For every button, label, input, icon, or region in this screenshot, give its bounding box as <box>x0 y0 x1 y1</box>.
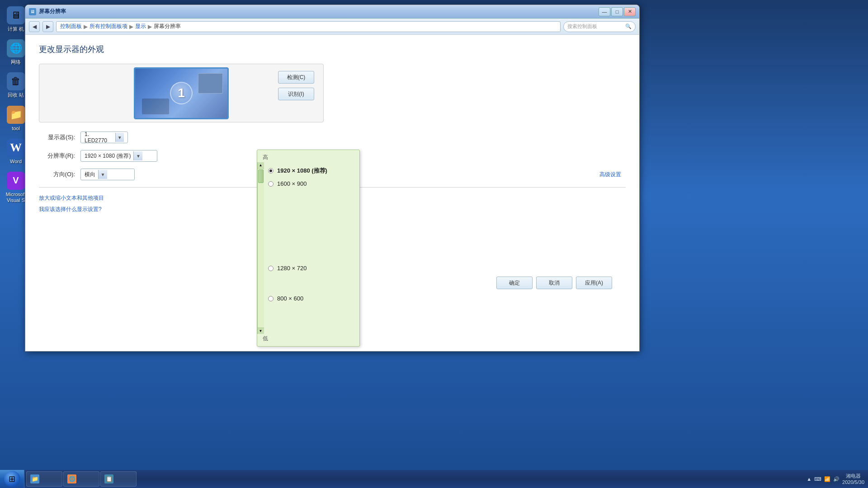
resolution-option-1080[interactable]: 868 × 488 (推荐) <box>264 164 359 178</box>
cancel-button[interactable]: 取消 <box>536 277 572 289</box>
taskbar-date: 2020/5/30 <box>842 479 864 485</box>
page-title: 更改显示器的外观 <box>39 44 626 55</box>
search-placeholder: 搜索控制面板 <box>567 23 597 30</box>
forward-button[interactable]: ▶ <box>42 21 53 32</box>
scrollbar-up-button[interactable]: ▲ <box>258 162 264 169</box>
resolution-value: 868 × 488 (推荐) <box>85 152 131 160</box>
breadcrumb-display[interactable]: 显示 <box>135 23 146 30</box>
monitor-dropdown-arrow: ▼ <box>115 133 124 142</box>
monitor-preview-area: 1 检测(C) 识别(I) <box>39 64 324 122</box>
monitor-dropdown[interactable]: 1. LED2770 ▼ <box>80 131 128 143</box>
popup-spacer-2 <box>264 274 359 292</box>
resolution-option-label-900: 1600 × 900 <box>277 180 307 187</box>
window-icon: 🖥 <box>29 8 36 15</box>
computer-icon: 🖥 <box>7 6 25 24</box>
resolution-radio-720 <box>268 266 274 271</box>
tool-icon-label: tool <box>12 126 20 131</box>
explorer-taskbar-icon: 📁 <box>30 474 39 483</box>
resolution-dropdown[interactable]: 868 × 488 (推荐) ▼ <box>80 150 157 162</box>
resolution-options-list: 868 × 488 (推荐) 1600 × 900 1280 × 720 <box>264 162 359 334</box>
breadcrumb-all-items[interactable]: 所有控制面板项 <box>90 23 127 30</box>
network-icon-label: 网络 <box>11 59 21 65</box>
breadcrumb-sep-1: ▶ <box>84 23 88 30</box>
taskbar-item-chrome[interactable]: 🌐 <box>63 471 99 487</box>
scrollbar-down-button[interactable]: ▼ <box>258 328 264 334</box>
identify-button[interactable]: 识别(I) <box>278 88 314 100</box>
popup-scrollbar[interactable]: ▲ ▼ <box>257 162 264 334</box>
window-content: 更改显示器的外观 1 检测(C) 识别(I) 显示器(S): <box>25 35 639 351</box>
orientation-value: 横向 <box>85 171 95 178</box>
resolution-option-600[interactable]: 800 × 600 <box>264 292 359 305</box>
resolution-popup: 高 ▲ ▼ 868 × 488 (推荐) <box>257 150 360 347</box>
navigation-bar: ◀ ▶ 控制面板 ▶ 所有控制面板项 ▶ 显示 ▶ 屏幕分辨率 搜索控制面板 🔍 <box>25 19 639 35</box>
popup-spacer <box>264 190 359 262</box>
apply-button[interactable]: 应用(A) <box>576 277 612 289</box>
close-button[interactable]: ✕ <box>624 7 636 16</box>
start-button[interactable]: ⊞ <box>0 470 24 488</box>
window-title-text: 屏幕分辨率 <box>39 8 596 15</box>
resolution-radio-600 <box>268 296 274 301</box>
vs-icon: V <box>7 172 25 190</box>
monitor-selector-row: 显示器(S): 1. LED2770 ▼ <box>39 131 626 143</box>
detect-button[interactable]: 检测(C) <box>278 71 314 84</box>
resolution-option-label-600: 800 × 600 <box>277 295 303 302</box>
breadcrumb-bar[interactable]: 控制面板 ▶ 所有控制面板项 ▶ 显示 ▶ 屏幕分辨率 <box>56 21 561 32</box>
monitor-preview: 1 <box>134 67 229 119</box>
start-orb: ⊞ <box>4 471 20 487</box>
tray-arrow[interactable]: ▲ <box>807 476 811 482</box>
scrollbar-track[interactable] <box>258 169 264 328</box>
popup-low-label: 低 <box>257 334 359 343</box>
resolution-option-900[interactable]: 1600 × 900 <box>264 178 359 190</box>
maximize-button[interactable]: □ <box>611 7 623 16</box>
recycle-icon: 🗑 <box>7 72 25 90</box>
app-taskbar-icon: 📋 <box>104 474 113 483</box>
taskbar-item-explorer[interactable]: 📁 <box>26 471 62 487</box>
monitor-mini-icon <box>198 73 223 94</box>
popup-high-label: 高 <box>257 153 359 162</box>
orientation-dropdown[interactable]: 横向 ▼ <box>80 169 135 180</box>
taskbar-tray: ▲ ⌨ 📶 🔊 湘电器 2020/5/30 <box>803 470 868 488</box>
taskbar-clock[interactable]: 湘电器 2020/5/30 <box>842 473 864 486</box>
minimize-button[interactable]: — <box>599 7 610 16</box>
word-icon-label: Word <box>10 159 22 164</box>
detect-btn-area: 检测(C) <box>278 71 314 84</box>
chrome-taskbar-icon: 🌐 <box>67 474 76 483</box>
recycle-icon-label: 回收 站 <box>8 92 24 98</box>
tray-keyboard-icon: ⌨ <box>814 476 821 482</box>
taskbar-item-app[interactable]: 📋 <box>100 471 137 487</box>
taskbar: ⊞ 📁 🌐 📋 ▲ ⌨ 📶 🔊 湘电器 2020/5/30 <box>0 470 868 488</box>
breadcrumb-current: 屏幕分辨率 <box>154 23 181 30</box>
resolution-option-label-1080: 868 × 488 (推荐) <box>277 167 327 175</box>
tray-volume-icon: 🔊 <box>833 476 840 482</box>
network-icon: 🌐 <box>7 39 25 57</box>
advanced-link-area: 高级设置 <box>140 171 626 178</box>
identify-btn-area: 识别(I) <box>278 88 314 100</box>
scrollbar-thumb[interactable] <box>258 169 264 183</box>
desktop: 🖥 计算 机 🌐 网络 🗑 回收 站 📁 tool W Word V Micro… <box>0 0 868 488</box>
orientation-label: 方向(O): <box>39 170 75 178</box>
control-panel-window: 🖥 屏幕分辨率 — □ ✕ ◀ ▶ 控制面板 ▶ 所有控制面板项 ▶ 显示 ▶ … <box>25 5 640 352</box>
resolution-option-720[interactable]: 1280 × 720 <box>264 262 359 274</box>
word-icon: W <box>7 139 25 157</box>
search-icon: 🔍 <box>625 23 632 29</box>
breadcrumb-sep-3: ▶ <box>148 23 152 30</box>
computer-icon-label: 计算 机 <box>8 26 24 32</box>
monitor-value: 1. LED2770 <box>85 131 113 144</box>
breadcrumb-control-panel[interactable]: 控制面板 <box>60 23 82 30</box>
resolution-radio-1080 <box>268 168 274 174</box>
popup-inner: ▲ ▼ 868 × 488 (推荐) <box>257 162 359 334</box>
resolution-label: 分辨率(R): <box>39 152 75 160</box>
back-button[interactable]: ◀ <box>29 21 40 32</box>
vs-icon-label: MicrosoftVisual S <box>6 192 26 203</box>
advanced-settings-link[interactable]: 高级设置 <box>599 171 621 178</box>
ok-button[interactable]: 确定 <box>496 277 533 289</box>
tray-network-icon: 📶 <box>824 476 830 482</box>
resolution-radio-900 <box>268 181 274 187</box>
monitor-number: 1 <box>170 82 193 104</box>
resolution-option-label-720: 1280 × 720 <box>277 265 307 272</box>
taskbar-time: 湘电器 <box>842 473 864 479</box>
breadcrumb-sep-2: ▶ <box>129 23 133 30</box>
window-titlebar: 🖥 屏幕分辨率 — □ ✕ <box>25 5 639 19</box>
search-bar[interactable]: 搜索控制面板 🔍 <box>563 21 636 32</box>
window-controls: — □ ✕ <box>599 7 636 16</box>
